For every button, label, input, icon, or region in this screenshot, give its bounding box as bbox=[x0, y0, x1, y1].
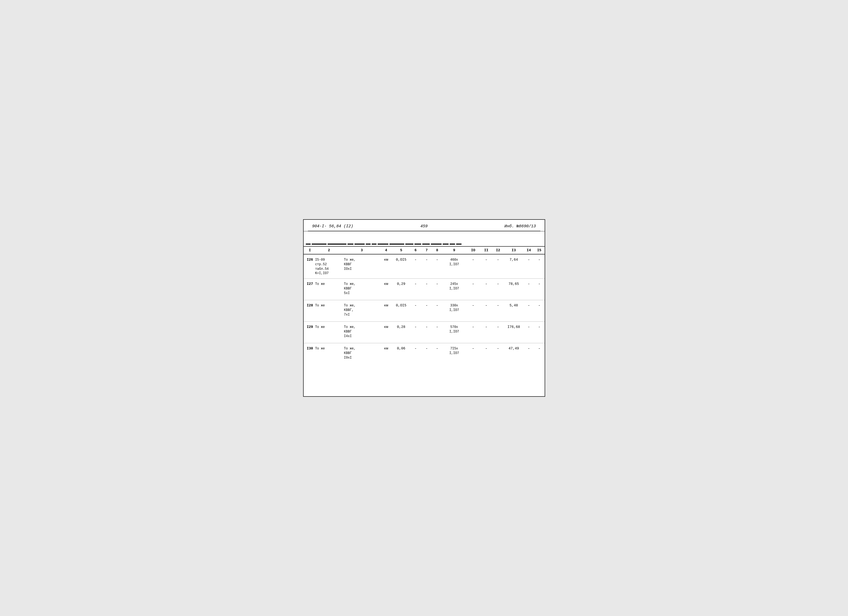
row-col11: - bbox=[480, 258, 492, 262]
row-col7: - bbox=[421, 346, 432, 351]
row-col14: - bbox=[524, 325, 534, 329]
row-col13: I76,68 bbox=[504, 325, 524, 329]
row-col9: 7I5x I,IO7 bbox=[442, 346, 466, 356]
document-page: 904-I- 56,84 (I2) 459 Инб. №8690/13 bbox=[303, 219, 545, 397]
col-header-6: 6 bbox=[410, 248, 421, 252]
deco-block bbox=[347, 243, 353, 245]
col-header-10: IO bbox=[466, 248, 480, 252]
row-col12: - bbox=[492, 258, 504, 262]
row-id: I28 bbox=[304, 303, 314, 307]
doc-number: 904-I- 56,84 (I2) bbox=[312, 224, 353, 229]
row-col10: - bbox=[466, 282, 480, 286]
row-col10: - bbox=[466, 258, 480, 262]
row-col6: - bbox=[410, 258, 421, 262]
table-row: I27 То же То же, КВВГ 5xI км 0,29 - - - bbox=[304, 279, 545, 300]
row-col15: - bbox=[534, 303, 545, 308]
col-header-11: II bbox=[480, 248, 492, 252]
row-col3: То же, КВВГ 5xI bbox=[343, 282, 380, 295]
row-id: I30 bbox=[304, 346, 314, 350]
deco-block bbox=[414, 243, 421, 245]
row-col8: - bbox=[432, 282, 442, 286]
row-col7: - bbox=[421, 282, 432, 286]
row-col11: - bbox=[480, 303, 492, 308]
row-col13: 47,49 bbox=[504, 346, 524, 350]
deco-block bbox=[422, 243, 430, 245]
table-row: I29 То же То же, КВВГ I4xI км 0,28 - - - bbox=[304, 322, 545, 343]
row-col7: - bbox=[421, 325, 432, 329]
spacer bbox=[304, 232, 545, 242]
row-col10: - bbox=[466, 303, 480, 308]
row-col7: - bbox=[421, 258, 432, 262]
col-header-2: 2 bbox=[314, 248, 343, 252]
col-header-15: I5 bbox=[534, 248, 545, 252]
deco-block bbox=[390, 243, 404, 245]
col-header-12: I2 bbox=[492, 248, 504, 252]
row-col5: 0,OI5 bbox=[393, 303, 410, 307]
row-col15: - bbox=[534, 325, 545, 329]
inv-number: Инб. №8690/13 bbox=[504, 224, 536, 229]
row-col2: I5-09 стр.52 табл.54 K=I,IO7 bbox=[314, 258, 343, 276]
row-col12: - bbox=[492, 282, 504, 286]
col-header-9: 9 bbox=[442, 248, 466, 252]
header-center: 459 bbox=[387, 224, 461, 229]
row-col2: То же bbox=[314, 282, 343, 286]
row-col9: 570x I,IO7 bbox=[442, 325, 466, 334]
col-header-3: 3 bbox=[343, 248, 380, 252]
row-col4: км bbox=[380, 346, 393, 350]
row-col12: - bbox=[492, 303, 504, 308]
row-col2: То же bbox=[314, 325, 343, 330]
row-col2: То же bbox=[314, 346, 343, 351]
row-col13: 78,65 bbox=[504, 282, 524, 286]
col-header-7: 7 bbox=[421, 248, 432, 252]
row-col3: То же, КВВГ I4xI bbox=[343, 325, 380, 338]
row-col3: То же, КВВГ, 7xI bbox=[343, 303, 380, 317]
row-col14: - bbox=[524, 303, 534, 308]
deco-block bbox=[456, 243, 461, 245]
row-col6: - bbox=[410, 325, 421, 329]
row-col6: - bbox=[410, 282, 421, 286]
col-header-4: 4 bbox=[380, 248, 393, 252]
deco-block bbox=[312, 243, 326, 245]
decorative-lines bbox=[304, 242, 545, 246]
header-left: 904-I- 56,84 (I2) bbox=[312, 224, 387, 229]
column-header-row: I 2 3 4 5 6 7 8 9 IO II bbox=[304, 246, 545, 254]
row-col6: - bbox=[410, 303, 421, 308]
deco-block bbox=[354, 243, 365, 245]
row-col11: - bbox=[480, 346, 492, 351]
deco-block bbox=[405, 243, 414, 245]
row-col3: То же, КВВГ I9xI bbox=[343, 346, 380, 360]
deco-block bbox=[372, 243, 377, 245]
row-col8: - bbox=[432, 325, 442, 329]
row-col4: км bbox=[380, 258, 393, 262]
bottom-spacer bbox=[304, 367, 545, 378]
row-col2: То же bbox=[314, 303, 343, 308]
row-col5: 0,06 bbox=[393, 346, 410, 350]
row-col15: - bbox=[534, 258, 545, 262]
row-col4: км bbox=[380, 303, 393, 307]
header-right: Инб. №8690/13 bbox=[461, 224, 536, 229]
col-header-8: 8 bbox=[432, 248, 442, 252]
row-col9: 330x I,IO7 bbox=[442, 303, 466, 313]
col-header-14: I4 bbox=[524, 248, 534, 252]
row-col14: - bbox=[524, 282, 534, 286]
table-row: I26 I5-09 стр.52 табл.54 K=I,IO7 То же, … bbox=[304, 254, 545, 279]
row-col13: 5,48 bbox=[504, 303, 524, 307]
row-col15: - bbox=[534, 346, 545, 351]
row-col9: 460x I,IO7 bbox=[442, 258, 466, 267]
deco-block bbox=[450, 243, 455, 245]
header-section: 904-I- 56,84 (I2) 459 Инб. №8690/13 bbox=[304, 220, 545, 232]
deco-block bbox=[306, 243, 311, 245]
col-header-1: I bbox=[304, 248, 314, 252]
row-col8: - bbox=[432, 258, 442, 262]
row-col14: - bbox=[524, 258, 534, 262]
row-col5: 0,29 bbox=[393, 282, 410, 286]
col-header-5: 5 bbox=[393, 248, 410, 252]
row-col13: 7,64 bbox=[504, 258, 524, 262]
row-col4: км bbox=[380, 325, 393, 329]
row-col12: - bbox=[492, 346, 504, 351]
row-col11: - bbox=[480, 325, 492, 329]
deco-block bbox=[443, 243, 449, 245]
row-col11: - bbox=[480, 282, 492, 286]
row-col12: - bbox=[492, 325, 504, 329]
row-col5: 0,OI5 bbox=[393, 258, 410, 262]
